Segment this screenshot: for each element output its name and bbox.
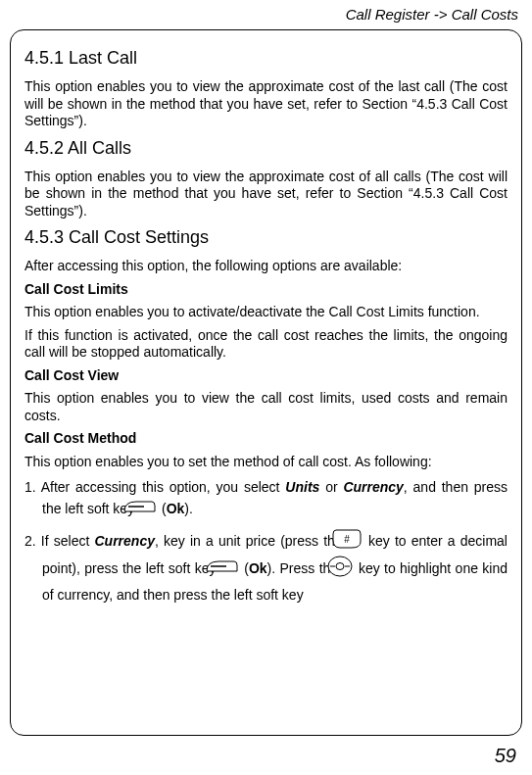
emph-ok: Ok	[167, 501, 185, 516]
emph-units: Units	[285, 479, 319, 495]
para-limits-2: If this function is activated, once the …	[24, 327, 508, 362]
step-2: 2. If select Currency, key in a unit pri…	[24, 528, 508, 605]
text: 1. After accessing this option, you sele…	[24, 479, 285, 495]
left-soft-key-icon	[222, 557, 238, 581]
para-4-5-1-body: This option enables you to view the appr…	[24, 78, 508, 130]
text: , key in a unit price (press the	[155, 533, 348, 549]
breadcrumb: Call Register -> Call Costs	[346, 6, 518, 23]
emph-currency: Currency	[94, 533, 154, 549]
nav-key-icon	[345, 556, 353, 583]
para-method-1: This option enables you to set the metho…	[24, 454, 508, 471]
svg-text:#: #	[344, 534, 350, 545]
heading-4-5-2: 4.5.2 All Calls	[24, 138, 508, 159]
subhead-call-cost-method: Call Cost Method	[24, 430, 508, 448]
text: 2. If select	[24, 533, 94, 549]
para-limits-1: This option enables you to activate/deac…	[24, 304, 508, 321]
para-view-1: This option enables you to view the call…	[24, 390, 508, 424]
svg-point-2	[336, 563, 344, 570]
text: ).	[184, 501, 193, 516]
hash-key-icon: #	[350, 528, 362, 556]
step-1: 1. After accessing this option, you sele…	[24, 476, 508, 522]
para-4-5-3-intro: After accessing this option, the followi…	[24, 258, 508, 275]
emph-currency: Currency	[343, 479, 403, 495]
left-soft-key-icon	[140, 498, 156, 521]
page-number: 59	[495, 745, 516, 767]
heading-4-5-3: 4.5.3 Call Cost Settings	[24, 227, 508, 248]
text: or	[319, 479, 343, 495]
page-frame: 4.5.1 Last Call This option enables you …	[10, 29, 522, 736]
subhead-call-cost-limits: Call Cost Limits	[24, 281, 508, 299]
subhead-call-cost-view: Call Cost View	[24, 367, 508, 385]
heading-4-5-1: 4.5.1 Last Call	[24, 48, 508, 69]
para-4-5-2-body: This option enables you to view the appr…	[24, 169, 508, 220]
emph-ok: Ok	[249, 560, 267, 576]
